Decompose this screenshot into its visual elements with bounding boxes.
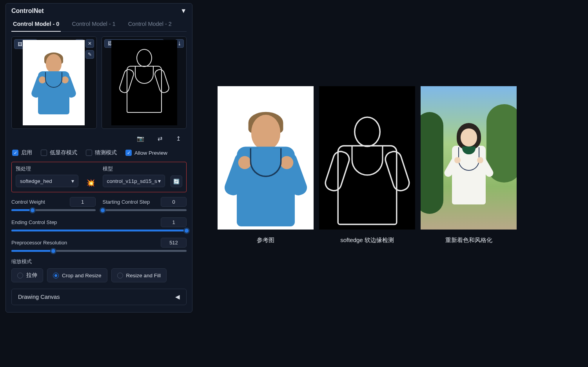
guess-checkbox[interactable]: 猜测模式 xyxy=(86,149,117,156)
control-weight-slider[interactable] xyxy=(11,209,96,211)
preprocessor-select[interactable]: softedge_hed ▾ xyxy=(16,175,78,187)
preprocessor-label: 预处理 xyxy=(16,165,78,172)
model-select[interactable]: control_v11p_sd15_s ▾ xyxy=(103,175,165,187)
gallery-caption-softedge: softedge 软边缘检测 xyxy=(340,237,394,244)
start-step-slider[interactable] xyxy=(103,209,187,211)
start-step-label: Starting Control Step xyxy=(103,199,150,205)
model-tabs: Control Model - 0 Control Model - 1 Cont… xyxy=(11,18,187,32)
lowvram-checkbox[interactable]: 低显存模式 xyxy=(41,149,77,156)
radio-icon xyxy=(17,273,23,278)
guess-label: 猜测模式 xyxy=(95,149,117,156)
swap-button[interactable]: ⇄ xyxy=(158,135,163,142)
controlnet-accordion: ControlNet ▼ Control Model - 0 Control M… xyxy=(5,3,192,313)
preview-image-content xyxy=(111,40,177,125)
run-preprocessor-button[interactable]: 💥 xyxy=(84,179,97,187)
scale-mode-crop[interactable]: Crop and Resize xyxy=(47,268,107,282)
checkbox-icon xyxy=(86,150,92,156)
tab-model-2[interactable]: Control Model - 2 xyxy=(127,18,173,31)
scale-mode-option-label: 拉伸 xyxy=(26,272,37,279)
radio-icon xyxy=(53,273,59,278)
gallery-caption-reference: 参考图 xyxy=(257,237,274,244)
scale-mode-option-label: Crop and Resize xyxy=(62,273,102,278)
input-image-box[interactable]: 🖼 图像 ↶ ✕ ✎ xyxy=(11,36,97,129)
expand-icon: ◀ xyxy=(175,294,180,300)
preproc-res-label: Preprocessor Resolution xyxy=(11,240,67,246)
collapse-icon[interactable]: ▼ xyxy=(180,7,187,14)
accordion-header[interactable]: ControlNet ▼ xyxy=(11,7,187,18)
model-label: 模型 xyxy=(103,165,165,172)
model-value: control_v11p_sd15_s xyxy=(107,178,157,184)
webcam-button[interactable]: 📷 xyxy=(137,135,144,142)
edit-button[interactable]: ✎ xyxy=(85,50,94,59)
end-step-value[interactable]: 1 xyxy=(161,217,187,227)
send-up-button[interactable]: ↥ xyxy=(176,135,181,142)
drawing-canvas-accordion[interactable]: Drawing Canvas ◀ xyxy=(11,289,187,305)
lowvram-label: 低显存模式 xyxy=(50,149,77,156)
checkbox-icon xyxy=(125,150,132,156)
refresh-models-button[interactable]: 🔄 xyxy=(171,175,182,187)
scale-mode-fill[interactable]: Resize and Fill xyxy=(111,268,167,282)
allow-preview-checkbox[interactable]: Allow Preview xyxy=(125,149,167,156)
refresh-icon: 🔄 xyxy=(173,179,180,184)
preproc-res-slider[interactable] xyxy=(11,250,187,252)
control-weight-label: Control Weight xyxy=(11,199,45,205)
gallery-stylized-image xyxy=(421,86,517,230)
accordion-title: ControlNet xyxy=(11,7,44,14)
tab-model-0[interactable]: Control Model - 0 xyxy=(11,18,61,32)
allow-preview-label: Allow Preview xyxy=(134,150,167,156)
scale-mode-label: 缩放模式 xyxy=(11,258,187,265)
radio-icon xyxy=(117,273,123,278)
drawing-canvas-title: Drawing Canvas xyxy=(18,294,60,300)
chevron-down-icon: ▾ xyxy=(71,178,74,184)
enable-checkbox[interactable]: 启用 xyxy=(12,149,32,156)
highlighted-section: 预处理 softedge_hed ▾ 💥 模型 control_v11p_sd1… xyxy=(11,162,187,192)
input-image-content xyxy=(23,40,85,125)
start-step-value[interactable]: 0 xyxy=(161,197,187,207)
tab-model-1[interactable]: Control Model - 1 xyxy=(70,18,117,31)
gallery-softedge-image xyxy=(319,86,415,230)
end-step-slider[interactable] xyxy=(11,230,187,231)
scale-mode-stretch[interactable]: 拉伸 xyxy=(11,268,43,282)
scale-mode-option-label: Resize and Fill xyxy=(126,273,161,278)
gallery-caption-stylized: 重新着色和风格化 xyxy=(445,237,492,244)
checkbox-icon xyxy=(41,150,47,156)
end-step-label: Ending Control Step xyxy=(11,219,57,225)
preproc-res-value[interactable]: 512 xyxy=(161,238,187,248)
image-icon: 🖼 xyxy=(18,42,22,47)
output-gallery: 参考图 softedge 软边缘检测 重新着色和风格化 xyxy=(198,0,588,367)
chevron-down-icon: ▾ xyxy=(158,178,161,184)
preview-image-box[interactable]: 🖼 Preprocessor Preview ⭳ xyxy=(102,36,187,129)
preprocessor-value: softedge_hed xyxy=(20,178,52,184)
enable-label: 启用 xyxy=(21,149,32,156)
checkbox-icon xyxy=(12,150,18,156)
gallery-reference-image xyxy=(218,86,314,230)
control-weight-value[interactable]: 1 xyxy=(70,197,96,207)
close-button[interactable]: ✕ xyxy=(85,39,94,48)
